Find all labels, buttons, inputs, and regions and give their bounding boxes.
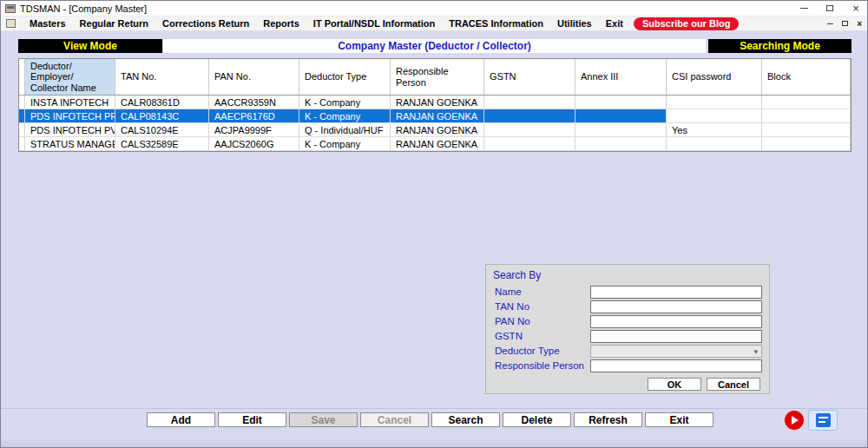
cell-deductor-type[interactable]: Q - Individual/HUF (299, 123, 391, 136)
name-input[interactable] (590, 286, 762, 299)
edit-button[interactable]: Edit (218, 412, 286, 427)
cell-name[interactable]: STRATUS MANAGEM... (25, 137, 115, 150)
cell-annex-iii[interactable] (575, 123, 667, 136)
cell-name[interactable]: PDS INFOTECH PRIV... (25, 109, 115, 122)
company-master-table: Deductor/ Employer/ Collector Name TAN N… (18, 58, 852, 152)
mdi-close-icon[interactable]: × (857, 19, 862, 29)
mdi-window-controls: × (827, 19, 868, 29)
cell-block[interactable] (762, 123, 851, 136)
cell-tan[interactable]: CALR08361D (115, 96, 209, 109)
menu-item-it-portal-nsdl[interactable]: IT Portal/NSDL Information (306, 18, 442, 29)
pan-no-label: PAN No (495, 316, 530, 326)
header-selector-cell (19, 59, 25, 95)
cell-name[interactable]: PDS INFOTECH PVT ... (25, 123, 115, 136)
title-bar: TDSMAN - [Company Master] × (1, 1, 868, 16)
cell-tan[interactable]: CALS10294E (115, 123, 209, 136)
menu-item-reports[interactable]: Reports (256, 18, 306, 29)
maximize-icon[interactable] (817, 1, 843, 16)
menu-bar: Masters Regular Return Corrections Retur… (1, 16, 868, 31)
cell-responsible-person[interactable]: RANJAN GOENKA (391, 96, 484, 109)
searching-mode-bar: Searching Mode (708, 39, 852, 53)
exit-button[interactable]: Exit (645, 412, 713, 427)
row-selector[interactable] (19, 109, 25, 122)
cell-csi-password[interactable] (667, 109, 762, 122)
column-header-name[interactable]: Deductor/ Employer/ Collector Name (25, 59, 115, 95)
column-header-csi-password[interactable]: CSI password (667, 59, 762, 95)
menu-item-masters[interactable]: Masters (23, 18, 73, 29)
table-row[interactable]: PDS INFOTECH PVT ... CALS10294E ACJPA999… (19, 123, 851, 137)
column-header-gstn[interactable]: GSTN (484, 59, 575, 95)
cell-block[interactable] (762, 96, 851, 109)
column-header-pan[interactable]: PAN No. (209, 59, 299, 95)
cell-gstn[interactable] (484, 109, 575, 122)
cell-deductor-type[interactable]: K - Company (299, 96, 391, 109)
cell-tan[interactable]: CALS32589E (115, 137, 209, 150)
blog-document-icon (816, 413, 831, 427)
pan-no-input[interactable] (590, 315, 762, 328)
tan-no-input[interactable] (590, 300, 762, 313)
cell-name[interactable]: INSTA INFOTECH (25, 96, 115, 109)
cell-annex-iii[interactable] (575, 109, 667, 122)
column-header-block[interactable]: Block (762, 59, 851, 95)
menu-item-utilities[interactable]: Utilities (550, 18, 599, 29)
minimize-icon[interactable] (791, 1, 817, 16)
app-icon (5, 4, 16, 13)
action-bar-separator (1, 408, 868, 409)
search-panel-title: Search By (493, 269, 541, 281)
search-by-panel: Search By Name TAN No PAN No GSTN Deduct… (485, 264, 770, 394)
cell-annex-iii[interactable] (575, 137, 667, 150)
cell-pan[interactable]: AAECP6176D (209, 109, 299, 122)
menu-item-exit[interactable]: Exit (599, 18, 630, 29)
column-header-tan[interactable]: TAN No. (115, 59, 209, 95)
deductor-type-dropdown[interactable]: ▾ (590, 345, 762, 358)
row-selector[interactable] (19, 96, 25, 109)
cell-gstn[interactable] (484, 96, 575, 109)
column-header-responsible-person[interactable]: Responsible Person (391, 59, 484, 95)
column-header-annex-iii[interactable]: Annex III (575, 59, 667, 95)
cancel-button[interactable]: Cancel (707, 378, 760, 391)
cell-annex-iii[interactable] (575, 96, 667, 109)
cell-block[interactable] (762, 109, 851, 122)
subscribe-blog-button[interactable]: Subscribe our Blog (634, 17, 739, 30)
window-bottom-edge (1, 439, 868, 448)
row-selector[interactable] (19, 137, 25, 150)
cell-pan[interactable]: ACJPA9999F (209, 123, 299, 136)
table-row-selected[interactable]: PDS INFOTECH PRIV... CALP08143C AAECP617… (19, 109, 851, 123)
column-header-deductor-type[interactable]: Deductor Type (299, 59, 391, 95)
cell-pan[interactable]: AACCR9359N (209, 96, 299, 109)
mdi-minimize-icon[interactable] (827, 23, 833, 24)
menu-item-regular-return[interactable]: Regular Return (73, 18, 155, 29)
save-button: Save (289, 412, 358, 427)
tan-no-label: TAN No (495, 301, 529, 312)
cell-csi-password[interactable]: Yes (667, 123, 762, 136)
window-title: TDSMAN - [Company Master] (20, 3, 147, 14)
cell-csi-password[interactable] (667, 96, 762, 109)
cell-csi-password[interactable] (667, 137, 762, 150)
add-button[interactable]: Add (147, 412, 215, 427)
menu-item-traces[interactable]: TRACES Information (442, 18, 550, 29)
mdi-restore-icon[interactable] (842, 21, 848, 26)
blog-icon[interactable] (808, 410, 838, 431)
cell-deductor-type[interactable]: K - Company (299, 109, 391, 122)
cell-gstn[interactable] (484, 123, 575, 136)
row-selector[interactable] (19, 123, 25, 136)
table-row[interactable]: STRATUS MANAGEM... CALS32589E AAJCS2060G… (19, 137, 851, 151)
cell-block[interactable] (762, 137, 851, 150)
cell-gstn[interactable] (484, 137, 575, 150)
menu-item-corrections-return[interactable]: Corrections Return (155, 18, 256, 29)
search-button[interactable]: Search (431, 412, 500, 427)
cell-responsible-person[interactable]: RANJAN GOENKA (391, 123, 484, 136)
cell-deductor-type[interactable]: K - Company (299, 137, 391, 150)
ok-button[interactable]: OK (648, 378, 701, 391)
gstn-input[interactable] (590, 330, 762, 343)
close-icon[interactable]: × (843, 1, 868, 16)
refresh-button[interactable]: Refresh (574, 412, 642, 427)
table-row[interactable]: INSTA INFOTECH CALR08361D AACCR9359N K -… (19, 96, 851, 109)
responsible-person-input[interactable] (590, 359, 762, 372)
cell-responsible-person[interactable]: RANJAN GOENKA (391, 109, 484, 122)
cell-responsible-person[interactable]: RANJAN GOENKA (391, 137, 484, 150)
cell-tan[interactable]: CALP08143C (115, 109, 209, 122)
delete-button[interactable]: Delete (503, 412, 571, 427)
youtube-icon[interactable] (785, 411, 804, 430)
cell-pan[interactable]: AAJCS2060G (209, 137, 299, 150)
